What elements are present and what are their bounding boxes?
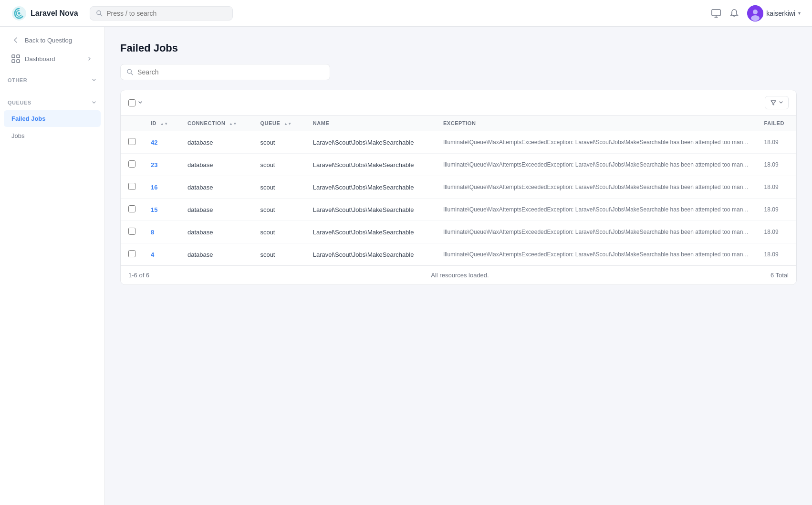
table-card: ID ▲▼ CONNECTION ▲▼ QUEUE ▲▼ — [120, 90, 797, 285]
filter-chevron-icon — [779, 100, 783, 105]
page-search-icon — [126, 68, 134, 76]
row-id-link-2[interactable]: 16 — [151, 184, 157, 191]
td-name-0: Laravel\Scout\Jobs\MakeSearchable — [305, 131, 436, 154]
th-name[interactable]: NAME — [305, 116, 436, 131]
row-id-link-4[interactable]: 8 — [151, 229, 154, 236]
id-sort-icon[interactable]: ▲▼ — [160, 122, 168, 126]
monitor-icon[interactable] — [711, 8, 721, 19]
svg-rect-9 — [12, 60, 15, 63]
other-section-chevron — [91, 77, 97, 83]
laravel-nova-logo — [11, 6, 27, 21]
td-exception-5: Illuminate\Queue\MaxAttemptsExceededExce… — [436, 243, 757, 266]
td-checkbox-4[interactable] — [121, 221, 143, 243]
row-checkbox-0[interactable] — [128, 138, 135, 145]
filter-button[interactable] — [765, 96, 789, 109]
filter-icon — [770, 99, 777, 106]
td-checkbox-2[interactable] — [121, 176, 143, 199]
td-exception-4: Illuminate\Queue\MaxAttemptsExceededExce… — [436, 221, 757, 243]
pagination-range: 1-6 of 6 — [128, 272, 149, 279]
row-checkbox-1[interactable] — [128, 160, 135, 168]
td-id-5[interactable]: 4 — [143, 243, 180, 266]
table-footer: 1-6 of 6 All resources loaded. 6 Total — [121, 265, 796, 284]
td-checkbox-0[interactable] — [121, 131, 143, 154]
row-checkbox-2[interactable] — [128, 183, 135, 190]
td-id-4[interactable]: 8 — [143, 221, 180, 243]
topbar-right: kaiserkiwi ▾ — [711, 5, 801, 21]
row-id-link-1[interactable]: 23 — [151, 161, 157, 168]
td-exception-0: Illuminate\Queue\MaxAttemptsExceededExce… — [436, 131, 757, 154]
td-checkbox-1[interactable] — [121, 154, 143, 176]
user-menu[interactable]: kaiserkiwi ▾ — [747, 5, 801, 21]
td-id-1[interactable]: 23 — [143, 154, 180, 176]
toolbar-right — [765, 96, 789, 109]
app-name: Laravel Nova — [31, 9, 78, 18]
td-queue-5: scout — [252, 243, 305, 266]
global-search-input[interactable] — [106, 10, 226, 17]
page-search-bar[interactable] — [120, 64, 330, 80]
sidebar-jobs-label: Jobs — [11, 132, 24, 139]
sidebar-section-other: OTHER — [0, 71, 104, 85]
page-search-input[interactable] — [137, 68, 324, 76]
td-exception-1: Illuminate\Queue\MaxAttemptsExceededExce… — [436, 154, 757, 176]
row-checkbox-5[interactable] — [128, 250, 135, 257]
td-queue-0: scout — [252, 131, 305, 154]
td-failed-at-5: 18.09 — [757, 243, 796, 266]
row-id-link-0[interactable]: 42 — [151, 139, 157, 146]
row-checkbox-4[interactable] — [128, 228, 135, 235]
table-row: 42 database scout Laravel\Scout\Jobs\Mak… — [121, 131, 796, 154]
table-row: 4 database scout Laravel\Scout\Jobs\Make… — [121, 243, 796, 266]
dashboard-icon — [11, 54, 20, 63]
sidebar-section-queues: QUEUES — [0, 93, 104, 107]
svg-rect-3 — [712, 10, 720, 16]
td-failed-at-4: 18.09 — [757, 221, 796, 243]
th-connection[interactable]: CONNECTION ▲▼ — [180, 116, 252, 131]
main-content: Failed Jobs — [105, 27, 812, 505]
failed-jobs-table: ID ▲▼ CONNECTION ▲▼ QUEUE ▲▼ — [121, 116, 796, 265]
td-id-3[interactable]: 15 — [143, 199, 180, 221]
user-menu-chevron: ▾ — [798, 11, 801, 16]
td-name-2: Laravel\Scout\Jobs\MakeSearchable — [305, 176, 436, 199]
select-all-area[interactable] — [128, 99, 143, 106]
queue-sort-icon[interactable]: ▲▼ — [284, 122, 292, 126]
table-row: 8 database scout Laravel\Scout\Jobs\Make… — [121, 221, 796, 243]
td-connection-0: database — [180, 131, 252, 154]
svg-rect-8 — [17, 55, 20, 58]
td-name-3: Laravel\Scout\Jobs\MakeSearchable — [305, 199, 436, 221]
th-exception[interactable]: EXCEPTION — [436, 116, 757, 131]
row-checkbox-3[interactable] — [128, 205, 135, 212]
connection-sort-icon[interactable]: ▲▼ — [229, 122, 237, 126]
td-failed-at-0: 18.09 — [757, 131, 796, 154]
th-queue[interactable]: QUEUE ▲▼ — [252, 116, 305, 131]
sidebar-item-dashboard[interactable]: Dashboard — [4, 50, 101, 68]
row-id-link-3[interactable]: 15 — [151, 206, 157, 213]
sidebar-item-failed-jobs[interactable]: Failed Jobs — [4, 110, 101, 127]
td-checkbox-5[interactable] — [121, 243, 143, 266]
table-toolbar — [121, 90, 796, 116]
th-id[interactable]: ID ▲▼ — [143, 116, 180, 131]
bell-icon[interactable] — [729, 8, 739, 19]
main-layout: Back to Questlog Dashboard OTHER — [0, 27, 812, 505]
td-queue-4: scout — [252, 221, 305, 243]
td-id-0[interactable]: 42 — [143, 131, 180, 154]
td-checkbox-3[interactable] — [121, 199, 143, 221]
td-id-2[interactable]: 16 — [143, 176, 180, 199]
svg-point-6 — [751, 15, 760, 21]
td-name-5: Laravel\Scout\Jobs\MakeSearchable — [305, 243, 436, 266]
svg-point-5 — [753, 10, 758, 14]
svg-point-1 — [18, 12, 21, 14]
sidebar-back-link[interactable]: Back to Questlog — [4, 31, 101, 49]
sidebar-item-jobs[interactable]: Jobs — [4, 127, 101, 144]
th-failed-at[interactable]: FAILED — [757, 116, 796, 131]
user-name: kaiserkiwi — [766, 10, 795, 17]
td-failed-at-2: 18.09 — [757, 176, 796, 199]
global-search-bar[interactable] — [90, 6, 233, 21]
td-exception-2: Illuminate\Queue\MaxAttemptsExceededExce… — [436, 176, 757, 199]
td-queue-3: scout — [252, 199, 305, 221]
select-all-chevron-icon[interactable] — [137, 100, 143, 105]
total-count: 6 Total — [770, 272, 789, 279]
select-all-checkbox[interactable] — [128, 99, 135, 106]
row-id-link-5[interactable]: 4 — [151, 251, 154, 258]
th-checkbox — [121, 116, 143, 131]
svg-rect-10 — [17, 60, 20, 63]
avatar — [747, 5, 763, 21]
